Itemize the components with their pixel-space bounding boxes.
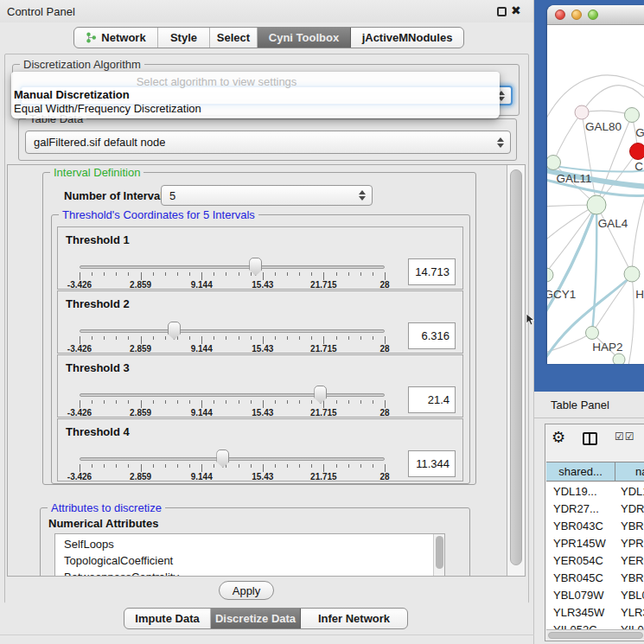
cell-shared-name[interactable]: YBL079W bbox=[553, 587, 615, 604]
algorithm-placeholder-option[interactable]: Select algorithm to view settings bbox=[11, 75, 422, 88]
table-horizontal-scrollbar[interactable] bbox=[546, 629, 644, 640]
minor-tick bbox=[360, 272, 361, 276]
node-h[interactable] bbox=[624, 266, 640, 282]
major-tick bbox=[80, 336, 80, 344]
table-row[interactable]: YER054CYER0 bbox=[546, 552, 644, 570]
node-gcy1[interactable] bbox=[547, 268, 553, 282]
tab-impute-data[interactable]: Impute Data bbox=[124, 609, 211, 628]
cell-name[interactable]: YDR2 bbox=[621, 501, 644, 518]
major-tick bbox=[263, 272, 264, 280]
cell-shared-name[interactable]: YDR27... bbox=[553, 501, 615, 518]
major-tick bbox=[263, 464, 264, 472]
slider-track[interactable] bbox=[80, 457, 385, 461]
major-tick bbox=[323, 336, 324, 344]
cell-shared-name[interactable]: YLR345W bbox=[553, 604, 615, 622]
tab-label: Cyni Toolbox bbox=[269, 31, 339, 44]
slider-track[interactable] bbox=[80, 265, 385, 269]
minimize-traffic-light-icon[interactable] bbox=[571, 10, 582, 20]
algorithm-option-1[interactable]: Manual Discretization bbox=[14, 88, 130, 101]
gear-icon[interactable]: ⚙ bbox=[552, 428, 565, 447]
minor-tick bbox=[104, 464, 105, 468]
tab-select[interactable]: Select bbox=[210, 28, 258, 48]
combo-stepper-icon bbox=[359, 190, 366, 201]
number-of-intervals-combobox[interactable]: 5 bbox=[161, 185, 373, 206]
cell-name[interactable]: YBR0 bbox=[621, 570, 644, 587]
cell-name[interactable]: YBL0 bbox=[621, 587, 644, 604]
cell-shared-name[interactable]: YBR045C bbox=[553, 570, 615, 587]
table-row[interactable]: YBR043CYBR0 bbox=[546, 518, 644, 535]
threshold-value-field[interactable]: 21.4 bbox=[408, 386, 456, 413]
cell-shared-name[interactable]: YER054C bbox=[553, 552, 615, 570]
attribute-item[interactable]: BetweennessCentrality bbox=[55, 569, 444, 577]
cell-shared-name[interactable]: YPR145W bbox=[553, 535, 615, 552]
slider-thumb[interactable] bbox=[168, 322, 181, 340]
minor-tick bbox=[189, 272, 190, 276]
panel-scrollbar-thumb[interactable] bbox=[510, 169, 522, 565]
apply-button[interactable]: Apply bbox=[219, 581, 274, 600]
attribute-item[interactable]: TopologicalCoefficient bbox=[55, 552, 444, 569]
close-icon[interactable]: ✖ bbox=[511, 3, 521, 17]
combo-stepper-icon bbox=[497, 137, 504, 148]
tab-discretize-data[interactable]: Discretize Data bbox=[211, 609, 301, 628]
slider-track[interactable] bbox=[80, 393, 385, 397]
node-bottom[interactable] bbox=[613, 354, 625, 364]
slider-thumb[interactable] bbox=[216, 450, 229, 468]
table-hscroll-thumb[interactable] bbox=[548, 632, 643, 639]
cell-name[interactable]: YLR3 bbox=[621, 604, 644, 622]
slider-track[interactable] bbox=[80, 329, 385, 333]
cell-name[interactable]: YDL1 bbox=[621, 483, 644, 501]
threshold-value-field[interactable]: 6.316 bbox=[408, 322, 456, 349]
cell-name[interactable]: YER0 bbox=[621, 552, 644, 570]
threshold-label: Threshold 1 bbox=[66, 233, 130, 246]
divider bbox=[0, 634, 534, 635]
network-canvas[interactable]: GAL80GACGAL11GAL4GCY1HHAP2 bbox=[547, 25, 644, 364]
threshold-value-field[interactable]: 11.344 bbox=[408, 450, 456, 477]
minor-tick bbox=[251, 464, 252, 468]
zoom-traffic-light-icon[interactable] bbox=[588, 10, 598, 20]
tab-style[interactable]: Style bbox=[158, 28, 210, 48]
cell-name[interactable]: YIL0 bbox=[621, 622, 644, 629]
column-header-name[interactable]: na bbox=[616, 462, 644, 481]
table-row[interactable]: YBR045CYBR0 bbox=[546, 570, 644, 587]
numerical-attributes-list[interactable]: SelfLoopsTopologicalCoefficientBetweenne… bbox=[54, 533, 445, 577]
table-row[interactable]: YDL19...YDL1 bbox=[546, 483, 644, 501]
node-hap2[interactable] bbox=[586, 327, 599, 340]
close-traffic-light-icon[interactable] bbox=[555, 10, 565, 20]
node-gal11[interactable] bbox=[547, 156, 561, 170]
minor-tick bbox=[360, 336, 361, 340]
attribute-item[interactable]: SelfLoops bbox=[55, 536, 444, 552]
column-header-shared-name[interactable]: shared... bbox=[546, 462, 615, 481]
major-tick bbox=[201, 272, 202, 280]
list-scrollbar[interactable] bbox=[433, 534, 444, 577]
column-layout-icon[interactable] bbox=[583, 432, 597, 445]
cell-shared-name[interactable]: YDL19... bbox=[553, 483, 615, 501]
tab-jactivemnodules[interactable]: jActiveMNodules bbox=[351, 28, 463, 48]
minor-tick bbox=[153, 400, 154, 404]
cell-shared-name[interactable]: YIL052C bbox=[553, 622, 615, 629]
slider-thumb[interactable] bbox=[314, 386, 327, 404]
tab-infer-network[interactable]: Infer Network bbox=[301, 609, 407, 628]
select-columns-icons[interactable]: ☑☑ bbox=[615, 430, 635, 443]
minor-tick bbox=[348, 336, 349, 340]
tab-cyni-toolbox[interactable]: Cyni Toolbox bbox=[258, 28, 351, 48]
table-row[interactable]: YBL079WYBL0 bbox=[546, 587, 644, 604]
cell-name[interactable]: YBR0 bbox=[621, 518, 644, 535]
cell-name[interactable]: YPR1 bbox=[621, 535, 644, 552]
node-ga[interactable] bbox=[625, 108, 640, 123]
tab-network[interactable]: Network bbox=[74, 28, 158, 48]
minor-tick bbox=[360, 464, 361, 468]
table-row[interactable]: YIL052CYIL0 bbox=[546, 622, 644, 629]
panel-scrollbar[interactable] bbox=[507, 165, 526, 577]
threshold-value-field[interactable]: 14.713 bbox=[408, 258, 456, 285]
table-row[interactable]: YDR27...YDR2 bbox=[546, 501, 644, 518]
minor-tick bbox=[336, 464, 337, 468]
table-row[interactable]: YLR345WYLR3 bbox=[546, 604, 644, 622]
cell-shared-name[interactable]: YBR043C bbox=[553, 518, 615, 535]
algorithm-option-2[interactable]: Equal Width/Frequency Discretization bbox=[14, 102, 201, 115]
table-row[interactable]: YPR145WYPR1 bbox=[546, 535, 644, 552]
node-gal4[interactable] bbox=[587, 195, 606, 214]
float-window-icon[interactable] bbox=[497, 7, 507, 16]
node-gal80[interactable] bbox=[575, 105, 589, 119]
node-red[interactable] bbox=[630, 143, 644, 160]
table-data-combobox[interactable]: galFiltered.sif default node bbox=[25, 131, 511, 154]
